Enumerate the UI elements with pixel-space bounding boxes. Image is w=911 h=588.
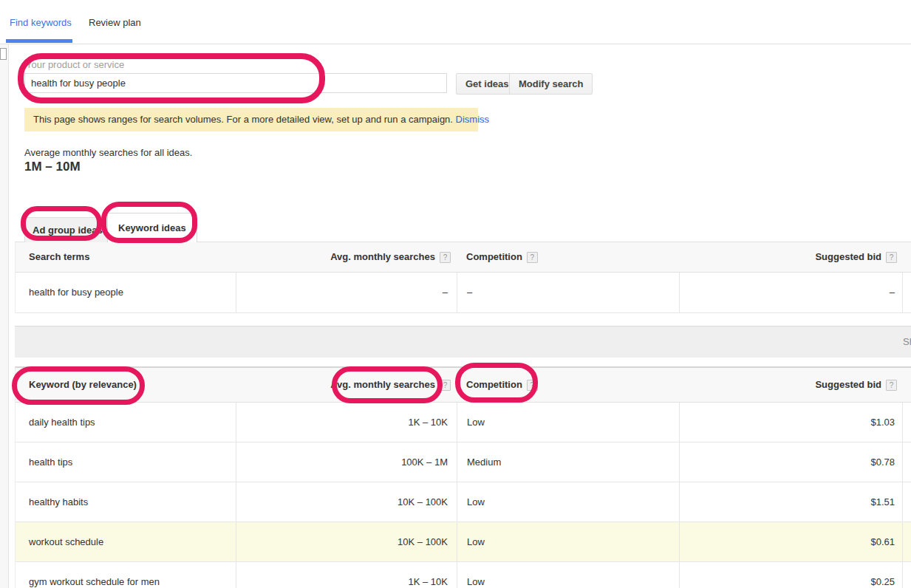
bid-cell: $1.51 <box>679 482 902 522</box>
header-search-terms: Search terms <box>16 242 236 272</box>
help-icon[interactable]: ? <box>527 252 538 263</box>
searches-cell: 100K – 1M <box>236 442 457 482</box>
modify-search-button[interactable]: Modify search <box>509 73 593 95</box>
searches-cell: 10K – 100K <box>236 482 457 522</box>
keyword-cell: gym workout schedule for men <box>16 562 236 588</box>
help-icon[interactable]: ? <box>886 380 897 391</box>
keyword-ideas-table-header: Keyword (by relevance) Avg. monthly sear… <box>16 368 911 403</box>
search-field-label: Your product or service <box>26 59 124 70</box>
help-icon[interactable]: ? <box>886 252 897 263</box>
header-keyword-by-relevance: Keyword (by relevance) <box>16 368 236 402</box>
bid-cell: $0.78 <box>679 442 902 482</box>
header-spacer <box>902 242 911 272</box>
keyword-row: gym workout schedule for men 1K – 10K Lo… <box>16 562 911 588</box>
tab-find-keywords[interactable]: Find keywords <box>10 17 72 28</box>
keywords-table-rows: daily health tips 1K – 10K Low $1.03 hea… <box>16 403 911 588</box>
competition-cell: Low <box>457 403 679 442</box>
competition-cell: Medium <box>457 442 679 482</box>
header-avg-monthly-searches: Avg. monthly searches? <box>236 368 457 402</box>
range-notice-bar: This page shows ranges for search volume… <box>24 108 478 131</box>
spacer-cell <box>902 562 911 588</box>
header-avg-monthly-searches: Avg. monthly searches? <box>236 242 457 272</box>
notice-text: This page shows ranges for search volume… <box>33 114 453 125</box>
searches-cell: 10K – 100K <box>236 522 457 561</box>
header-competition: Competition? <box>457 242 679 272</box>
keyword-row: daily health tips 1K – 10K Low $1.03 <box>16 403 911 442</box>
keyword-row: healthy habits 10K – 100K Low $1.51 <box>16 482 911 522</box>
bid-cell: $0.25 <box>679 562 902 588</box>
keyword-cell: healthy habits <box>16 482 236 522</box>
tab-review-plan[interactable]: Review plan <box>89 17 141 28</box>
spacer-cell <box>902 442 911 482</box>
top-navigation: Find keywords Review plan <box>0 0 911 44</box>
search-term-cell: health for busy people <box>16 273 236 312</box>
search-terms-table: Search terms Avg. monthly searches? Comp… <box>15 242 911 313</box>
keyword-ideas-table: Keyword (by relevance) Avg. monthly sear… <box>15 366 911 588</box>
spacer-cell <box>902 482 911 522</box>
tab-ad-group-ideas[interactable]: Ad group ideas <box>24 217 111 242</box>
searches-cell: – <box>236 273 457 312</box>
table-footer-bar: Sh <box>15 326 911 358</box>
avg-searches-caption: Average monthly searches for all ideas. <box>24 147 192 158</box>
keyword-row: workout schedule 10K – 100K Low $0.61 <box>16 522 911 562</box>
competition-cell: Low <box>457 522 679 561</box>
help-icon[interactable]: ? <box>440 252 451 263</box>
active-tab-underline <box>6 39 72 43</box>
keyword-planner-screen: Find keywords Review plan Your product o… <box>0 0 911 588</box>
show-rows-control[interactable]: Sh <box>903 327 911 358</box>
searches-cell: 1K – 10K <box>236 403 457 442</box>
help-icon[interactable]: ? <box>440 380 451 391</box>
competition-cell: – <box>457 273 679 312</box>
tab-keyword-ideas[interactable]: Keyword ideas <box>107 213 197 242</box>
avg-searches-range: 1M – 10M <box>24 160 81 174</box>
bid-cell: $0.61 <box>679 522 902 561</box>
product-service-input[interactable] <box>24 73 447 93</box>
search-term-row: health for busy people – – – <box>16 273 911 313</box>
panel-collapse-toggle-icon[interactable] <box>0 48 7 60</box>
left-rail <box>0 44 9 588</box>
searches-cell: 1K – 10K <box>236 562 457 588</box>
spacer-cell <box>902 273 911 312</box>
search-terms-table-header: Search terms Avg. monthly searches? Comp… <box>16 242 911 273</box>
header-suggested-bid: Suggested bid? <box>679 242 902 272</box>
bid-cell: – <box>679 273 902 312</box>
spacer-cell <box>902 522 911 561</box>
dismiss-link[interactable]: Dismiss <box>456 114 490 125</box>
spacer-cell <box>902 403 911 442</box>
header-suggested-bid: Suggested bid? <box>679 368 902 402</box>
keyword-cell: workout schedule <box>16 522 236 561</box>
keyword-row: health tips 100K – 1M Medium $0.78 <box>16 442 911 482</box>
keyword-cell: daily health tips <box>16 403 236 442</box>
bid-cell: $1.03 <box>679 403 902 442</box>
help-icon[interactable]: ? <box>527 380 538 391</box>
competition-cell: Low <box>457 562 679 588</box>
keyword-cell: health tips <box>16 442 236 482</box>
competition-cell: Low <box>457 482 679 522</box>
header-competition: Competition? <box>457 368 679 402</box>
header-spacer <box>902 368 911 402</box>
